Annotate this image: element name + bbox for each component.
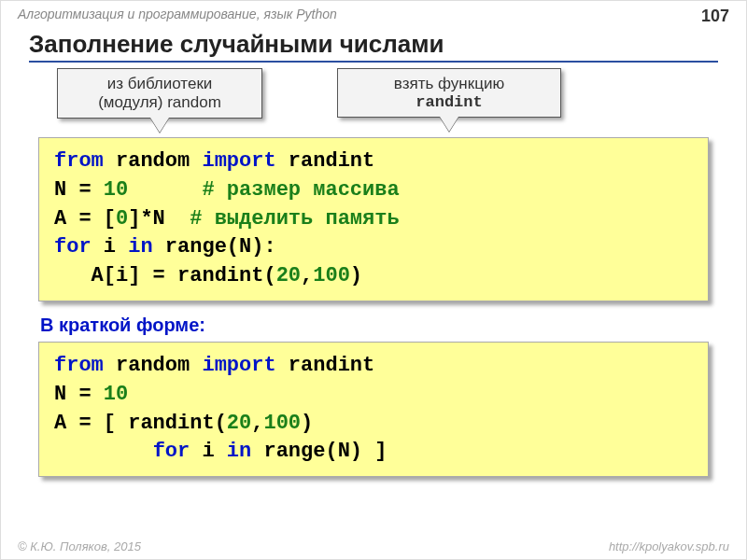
code-token: random	[104, 149, 203, 173]
code-token: )	[301, 412, 313, 435]
code-token: randint	[276, 149, 375, 173]
code-token: for	[54, 235, 92, 259]
code-token: randint	[276, 354, 375, 377]
code-token: range(N) ]	[251, 440, 387, 463]
copyright: © К.Ю. Поляков, 2015	[18, 539, 141, 553]
callout-line: randint	[355, 93, 543, 111]
code-block-main: from random import randint N = 10 # разм…	[38, 137, 709, 301]
code-token: 20	[276, 264, 301, 287]
code-token: import	[202, 149, 275, 173]
code-block-short: from random import randint N = 10 A = [ …	[38, 342, 709, 477]
code-comment: # выделить память	[190, 207, 399, 231]
code-token: range(N):	[153, 235, 276, 259]
course-title: Алгоритмизация и программирование, язык …	[18, 7, 337, 26]
code-token: A = [	[54, 207, 116, 231]
code-comment: # размер массива	[202, 178, 399, 202]
subheading: В краткой форме:	[40, 315, 709, 336]
code-token: i	[92, 235, 129, 259]
code-token	[128, 178, 202, 202]
callout-line: (модуля) random	[75, 93, 245, 112]
slide-title: Заполнение случайными числами	[29, 30, 718, 63]
code-token: A = [ randint(	[54, 412, 227, 435]
code-token: import	[202, 354, 275, 377]
callout-line: взять функцию	[355, 75, 543, 93]
code-token: for	[153, 440, 190, 463]
code-token	[54, 440, 153, 463]
code-token: i	[190, 440, 227, 463]
code-token: 20	[227, 412, 251, 435]
code-token: 100	[313, 264, 350, 287]
code-token: 0	[116, 207, 128, 231]
code-token: ,	[251, 412, 263, 435]
code-token: in	[128, 235, 152, 259]
code-token: ,	[301, 264, 313, 287]
page-number: 107	[701, 7, 729, 26]
code-token: N =	[54, 178, 104, 202]
callout-line: из библиотеки	[75, 75, 245, 93]
code-token: ]*N	[128, 207, 190, 231]
code-token: 10	[104, 383, 128, 406]
code-token: from	[54, 354, 104, 377]
code-token: N =	[54, 383, 104, 406]
code-token: from	[54, 149, 104, 173]
code-token: )	[350, 264, 362, 287]
callout-function: взять функцию randint	[337, 68, 561, 118]
code-token: 10	[104, 178, 128, 202]
code-token: random	[104, 354, 203, 377]
callout-module: из библиотеки (модуля) random	[57, 68, 262, 119]
code-token: 100	[263, 412, 301, 435]
code-token: A[i] = randint(	[54, 264, 276, 287]
footer-url: http://kpolyakov.spb.ru	[609, 539, 729, 553]
code-token: in	[227, 440, 251, 463]
